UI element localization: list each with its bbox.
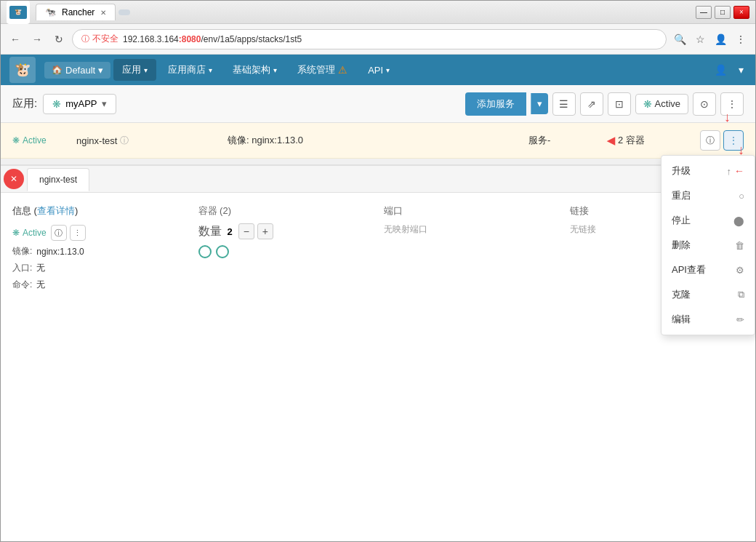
dropdown-stop[interactable]: 停止 ⬤ — [662, 208, 755, 233]
add-service-dropdown-btn[interactable]: ▾ — [531, 93, 548, 114]
api-label: API查看 — [672, 263, 706, 276]
nav-api[interactable]: API ▾ — [359, 60, 398, 80]
increment-btn[interactable]: + — [257, 223, 273, 239]
upgrade-arrow-icon: ← — [734, 165, 744, 177]
rancher-logo: 🐮 — [9, 57, 36, 83]
api-icon: ⚙ — [736, 265, 744, 276]
info-status: ❋ Active — [12, 228, 47, 238]
upgrade-icon: ↑ — [727, 166, 732, 177]
decrement-btn[interactable]: − — [238, 223, 254, 239]
app-container: 🐮 🏠 Default ▾ 应用 ▾ 应用商店 ▾ 基础架构 ▾ 系统管理 ⚠ — [1, 55, 755, 541]
home-icon: 🏠 — [52, 65, 63, 75]
export-btn[interactable]: ⊡ — [608, 92, 631, 116]
share-btn[interactable]: ⇗ — [580, 92, 603, 116]
rancher-logo-icon: 🐮 — [15, 62, 31, 78]
maximize-btn[interactable]: □ — [715, 6, 731, 19]
container-circle-2[interactable] — [216, 245, 229, 258]
app-selector[interactable]: ❋ myAPP ▾ — [43, 94, 116, 114]
edit-label: 编辑 — [672, 313, 691, 326]
toolbar-right: 添加服务 ▾ ☰ ⇗ ⊡ ❋ Active ⊙ ⋮ — [465, 92, 744, 116]
clone-label: 克隆 — [672, 288, 691, 301]
env-selector[interactable]: 🏠 Default ▾ — [44, 62, 110, 79]
bookmark-btn[interactable]: ☆ — [691, 31, 709, 48]
container-circle-1[interactable] — [198, 245, 212, 258]
list-view-btn[interactable]: ☰ — [552, 92, 576, 116]
nav-api-label: API — [368, 65, 383, 76]
security-label: 不安全 — [92, 33, 118, 45]
close-btn[interactable]: × — [733, 6, 749, 19]
address-bar[interactable]: ⓘ 不安全 192.168.3.164 :8080 /env/1a5/apps/… — [72, 29, 667, 49]
view-details-link[interactable]: 查看详情 — [37, 205, 75, 216]
browser-tab[interactable]: 🐄 Rancher ✕ — [36, 4, 116, 20]
delete-label: 删除 — [672, 239, 691, 252]
info-btn[interactable]: ⓘ — [51, 225, 67, 241]
dropdown-upgrade[interactable]: 升级 ↑ ← — [662, 159, 755, 183]
quantity-value: 2 — [228, 226, 233, 237]
info-section: 信息 (查看详情) ❋ Active ⓘ ⋮ — [12, 204, 187, 295]
dropdown-clone[interactable]: 克隆 ⧉ — [662, 282, 755, 307]
app-name: myAPP — [65, 98, 97, 109]
info-more-btn[interactable]: ⋮ — [70, 225, 86, 241]
new-tab-btn[interactable] — [118, 9, 130, 15]
minimize-btn[interactable]: — — [696, 6, 712, 19]
dropdown-api[interactable]: API查看 ⚙ — [662, 258, 755, 282]
bottom-tab[interactable]: nginx-test — [27, 168, 89, 191]
delete-icon: 🗑 — [735, 240, 744, 251]
nav-catalog[interactable]: 应用商店 ▾ — [159, 59, 221, 81]
service-image: 镜像: nginx:1.13.0 — [228, 134, 523, 147]
nav-catalog-chevron: ▾ — [209, 66, 212, 74]
nav-admin[interactable]: 系统管理 ⚠ — [289, 59, 356, 81]
service-info-btn[interactable]: ⓘ — [700, 130, 720, 151]
entry-label: 入口: — [12, 262, 32, 274]
bottom-content: 信息 (查看详情) ❋ Active ⓘ ⋮ — [1, 193, 755, 307]
browser-actions: 🔍 ☆ 👤 ⋮ — [671, 31, 749, 48]
ports-title: 端口 — [384, 204, 558, 218]
address-host: 192.168.3.164 — [123, 34, 179, 44]
user-icon[interactable]: 👤 — [712, 61, 730, 79]
ports-section: 端口 无映射端口 — [384, 204, 558, 295]
dropdown-delete[interactable]: 删除 🗑 — [662, 233, 755, 258]
add-service-btn[interactable]: 添加服务 — [465, 92, 526, 116]
cmd-row: 命令: 无 — [12, 279, 187, 291]
toolbar: 应用: ❋ myAPP ▾ 添加服务 ▾ ☰ ⇗ ⊡ ❋ Active ⊙ ⋮ — [1, 85, 755, 123]
app-select-arrow-icon: ▾ — [102, 98, 107, 109]
containers-label: 2 容器 — [618, 134, 645, 147]
entry-value: 无 — [36, 262, 45, 274]
refresh-btn[interactable]: ↻ — [50, 31, 68, 48]
upgrade-label: 升级 — [672, 164, 691, 178]
search-btn[interactable]: 🔍 — [671, 31, 688, 48]
info-title: 信息 (查看详情) — [12, 204, 187, 218]
window: 🐮 🐄 Rancher ✕ — □ × ← → ↻ ⓘ 不安全 192.168.… — [0, 0, 756, 542]
service-row: ❋ Active nginx-test ⓘ 镜像: nginx:1.13.0 服… — [1, 123, 755, 159]
alert-icon: ⚠ — [338, 64, 347, 76]
restart-label: 重启 — [672, 189, 691, 202]
edit-icon: ✏ — [736, 314, 744, 325]
nav-right: 👤 ▾ — [712, 61, 747, 79]
info-status-label: Active — [23, 228, 47, 238]
settings-btn[interactable]: ⊙ — [693, 92, 716, 116]
tab-favicon: 🐄 — [45, 7, 56, 17]
nav-more-icon[interactable]: ▾ — [736, 61, 747, 79]
dropdown-edit[interactable]: 编辑 ✏ — [662, 307, 755, 332]
active-status-badge[interactable]: ❋ Active — [635, 94, 688, 114]
image-row: 镜像: nginx:1.13.0 — [12, 245, 187, 258]
forward-btn[interactable]: → — [28, 31, 46, 48]
cmd-value: 无 — [36, 279, 45, 291]
nav-apps-label: 应用 — [122, 63, 141, 76]
back-btn[interactable]: ← — [7, 31, 24, 48]
profile-btn[interactable]: 👤 — [712, 31, 729, 48]
bottom-panel: ✕ nginx-test 信息 (查看详情) ❋ A — [1, 164, 755, 541]
cmd-label: 命令: — [12, 279, 32, 291]
browser-bar: ← → ↻ ⓘ 不安全 192.168.3.164 :8080 /env/1a5… — [1, 24, 755, 55]
more-btn[interactable]: ⋮ — [732, 31, 749, 48]
dropdown-restart[interactable]: 重启 ○ — [662, 183, 755, 208]
nav-infra[interactable]: 基础架构 ▾ — [224, 59, 286, 81]
nav-apps-chevron: ▾ — [144, 66, 148, 74]
address-path: /env/1a5/apps/stacks/1st5 — [201, 34, 302, 44]
bottom-close-btn[interactable]: ✕ — [4, 169, 24, 189]
tab-close-btn[interactable]: ✕ — [100, 9, 106, 17]
active-dot-icon: ❋ — [643, 98, 652, 110]
app-logo: 🐮 — [7, 1, 30, 24]
nav-apps[interactable]: 应用 ▾ — [113, 59, 156, 81]
main-content: ❋ Active nginx-test ⓘ 镜像: nginx:1.13.0 服… — [1, 123, 755, 541]
